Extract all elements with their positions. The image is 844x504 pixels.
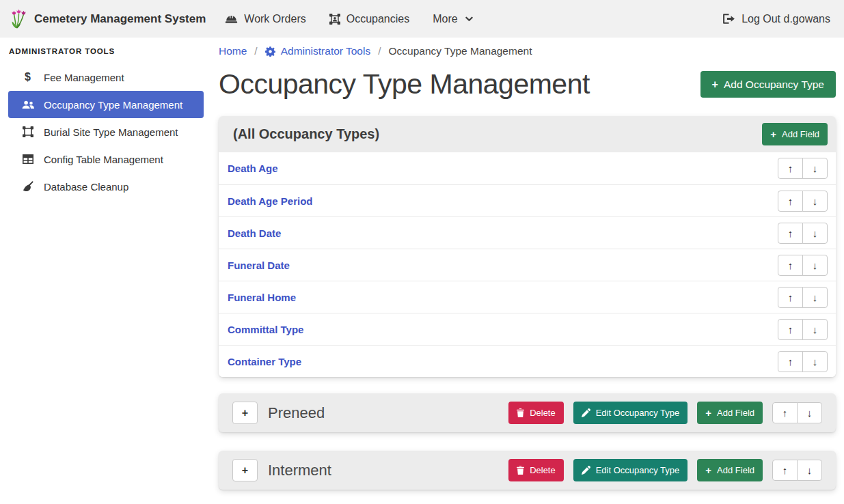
move-down-button[interactable]: ↓ [802,191,828,212]
sidebar-item-label: Occupancy Type Management [44,99,182,111]
plus-icon: + [242,465,248,476]
move-up-button[interactable]: ↑ [778,158,803,179]
nav-occupancies-label: Occupancies [346,13,410,25]
navbar-menu: Work Orders Occupancies More [225,13,472,25]
field-link-container-type[interactable]: Container Type [228,356,301,367]
sidebar-item-burial-site-type-management[interactable]: Burial Site Type Management [8,118,204,145]
trash-icon [517,466,524,475]
move-up-button[interactable]: ↑ [778,223,803,244]
occupancy-type-section-preneed: + Preneed Delete Edit Occupancy Type + A… [219,393,836,432]
move-up-button[interactable]: ↑ [778,351,803,372]
breadcrumb-home[interactable]: Home [219,45,247,57]
field-link-death-age-period[interactable]: Death Age Period [228,195,312,207]
down-arrow-icon: ↓ [813,356,818,367]
plus-icon: + [770,129,776,139]
reorder-button-group: ↑ ↓ [778,351,828,372]
table-icon [21,154,35,164]
sidebar-item-database-cleanup[interactable]: Database Cleanup [8,173,204,200]
field-row-death-age: Death Age ↑ ↓ [219,152,836,184]
move-down-button[interactable]: ↓ [802,223,828,244]
sidebar-item-label: Database Cleanup [44,181,128,193]
nav-work-orders[interactable]: Work Orders [225,13,305,25]
move-up-button[interactable]: ↑ [778,319,803,340]
field-link-committal-type[interactable]: Committal Type [228,324,303,335]
move-down-button[interactable]: ↓ [802,158,828,179]
chevron-down-icon [465,16,473,22]
field-link-death-date[interactable]: Death Date [228,227,281,239]
sidebar-item-fee-management[interactable]: $ Fee Management [8,64,204,91]
field-link-death-age[interactable]: Death Age [228,163,278,174]
reorder-button-group: ↑ ↓ [778,191,828,212]
move-up-button[interactable]: ↑ [772,460,798,481]
nav-occupancies[interactable]: Occupancies [329,13,410,25]
up-arrow-icon: ↑ [788,292,793,303]
move-down-button[interactable]: ↓ [797,460,822,481]
field-row-funeral-home: Funeral Home ↑ ↓ [219,281,836,313]
up-arrow-icon: ↑ [788,324,793,335]
pencil-icon [582,466,590,475]
logout-label: Log Out d.gowans [741,13,830,25]
reorder-button-group: ↑ ↓ [778,255,828,276]
occupancy-type-sections: + Preneed Delete Edit Occupancy Type + A… [219,393,836,490]
sidebar-item-config-table-management[interactable]: Config Table Management [8,145,204,173]
move-up-button[interactable]: ↑ [778,191,803,212]
down-arrow-icon: ↓ [807,408,813,418]
sidebar-item-label: Fee Management [44,72,124,83]
delete-button[interactable]: Delete [508,402,564,424]
expand-section-button[interactable]: + [232,459,258,481]
brand-link[interactable]: Cemetery Management System [10,9,206,29]
move-down-button[interactable]: ↓ [797,402,822,423]
add-field-button[interactable]: + Add Field [697,402,763,424]
plus-icon: + [712,79,718,90]
gear-icon [265,46,275,57]
sidebar-item-occupancy-type-management[interactable]: Occupancy Type Management [8,91,204,118]
down-arrow-icon: ↓ [813,324,818,335]
field-link-funeral-date[interactable]: Funeral Date [228,260,290,271]
pencil-icon [582,408,590,417]
up-arrow-icon: ↑ [788,228,793,238]
trash-icon [517,408,524,417]
move-down-button[interactable]: ↓ [802,319,828,340]
up-arrow-icon: ↑ [788,163,793,173]
plus-icon: + [705,465,711,475]
field-link-funeral-home[interactable]: Funeral Home [228,292,296,303]
logout-button[interactable]: Log Out d.gowans [723,13,834,25]
field-list: Death Age ↑ ↓ Death Age Period ↑ ↓ Death… [219,152,836,377]
down-arrow-icon: ↓ [813,292,818,303]
down-arrow-icon: ↓ [807,465,813,475]
down-arrow-icon: ↓ [813,260,818,270]
expand-section-button[interactable]: + [232,402,258,424]
breadcrumb-separator: / [254,45,257,57]
move-up-button[interactable]: ↑ [778,287,803,308]
edit-occupancy-type-button[interactable]: Edit Occupancy Type [573,459,688,481]
add-field-button[interactable]: + Add Field [762,123,828,145]
move-down-button[interactable]: ↓ [802,351,828,372]
move-down-button[interactable]: ↓ [802,287,828,308]
occupancy-type-name: Preneed [268,404,325,422]
breadcrumb-administrator-tools[interactable]: Administrator Tools [265,45,371,57]
nav-more-dropdown[interactable]: More [433,13,472,25]
broom-icon [21,181,35,192]
plus-icon: + [242,408,248,419]
section-actions: Delete Edit Occupancy Type + Add Field ↑… [508,402,822,424]
sidebar-nav: $ Fee Management Occupancy Type Manageme… [8,64,204,200]
move-down-button[interactable]: ↓ [802,255,828,276]
move-up-button[interactable]: ↑ [772,402,798,423]
add-occupancy-type-button[interactable]: + Add Occupancy Type [700,71,836,98]
edit-occupancy-type-button[interactable]: Edit Occupancy Type [573,402,688,424]
dollar-icon: $ [21,72,35,83]
breadcrumb: Home / Administrator Tools / Occupancy T… [219,45,836,57]
down-arrow-icon: ↓ [813,228,818,238]
vector-square-icon [21,126,35,137]
field-row-funeral-date: Funeral Date ↑ ↓ [219,249,836,281]
delete-button[interactable]: Delete [508,459,564,481]
field-row-death-date: Death Date ↑ ↓ [219,216,836,249]
up-arrow-icon: ↑ [788,260,793,270]
reorder-button-group: ↑ ↓ [778,287,828,308]
move-up-button[interactable]: ↑ [778,255,803,276]
app-window: Cemetery Management System Work Orders O… [0,0,844,504]
add-field-button[interactable]: + Add Field [697,459,763,481]
reorder-button-group: ↑ ↓ [778,223,828,244]
field-row-death-age-period: Death Age Period ↑ ↓ [219,184,836,216]
occupancy-frame-icon [329,14,340,25]
